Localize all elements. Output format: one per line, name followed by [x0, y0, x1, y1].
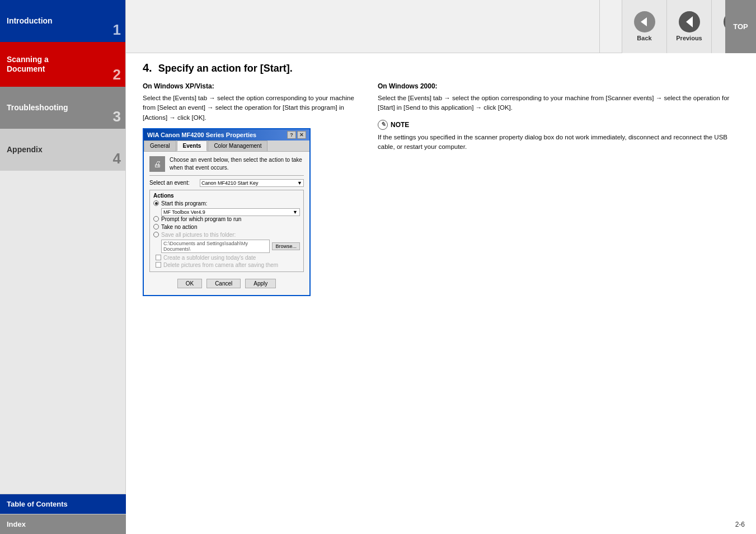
note-label: NOTE	[391, 121, 409, 129]
radio-prompt-label: Prompt for which program to run	[161, 216, 241, 222]
dialog-tab-color[interactable]: Color Management	[208, 140, 267, 151]
checkbox-delete-label: Delete pictures from camera after saving…	[163, 262, 278, 268]
dialog-screenshot: WIA Canon MF4200 Series Properties ? ✕ G…	[143, 128, 311, 296]
dialog-titlebar-buttons: ? ✕	[287, 131, 306, 139]
left-column: On Windows XP/Vista: Select the [Events]…	[143, 82, 355, 296]
browse-button[interactable]: Browse...	[272, 242, 300, 250]
actions-label: Actions	[153, 193, 300, 199]
radio-save-label: Save all pictures to this folder:	[161, 232, 236, 238]
note-header: ✎ NOTE	[378, 120, 739, 130]
main-content: 4. Specify an action for [Start]. On Win…	[126, 0, 756, 534]
folder-path-display: C:\Documents and Settings\sadah\My Docum…	[161, 240, 270, 253]
dialog-title: WIA Canon MF4200 Series Properties	[147, 132, 256, 138]
program-dropdown[interactable]: MF Toolbox Ver4.9 ▼	[161, 208, 300, 216]
index-label: Index	[7, 520, 26, 528]
sidebar-item-scanning[interactable]: Scanning aDocument 2	[0, 42, 125, 87]
right-column: On Windows 2000: Select the [Events] tab…	[378, 82, 739, 296]
step-heading: 4. Specify an action for [Start].	[143, 62, 739, 74]
right-body-text: Select the [Events] tab → select the opt…	[378, 93, 739, 113]
sidebar-scanning-number: 2	[113, 66, 121, 83]
step-title: Specify an action for [Start].	[158, 63, 293, 74]
program-value: MF Toolbox Ver4.9	[163, 209, 205, 215]
note-text: If the settings you specified in the sca…	[378, 133, 739, 152]
sidebar-trouble-label: Troubleshooting	[7, 103, 125, 113]
radio-prompt-circle	[153, 216, 159, 222]
checkbox-delete: Delete pictures from camera after saving…	[153, 262, 300, 268]
dialog-close-btn: ✕	[297, 131, 306, 139]
index-button[interactable]: Index	[0, 514, 126, 534]
dialog-tab-events[interactable]: Events	[177, 140, 208, 151]
left-body-text: Select the [Events] tab → select the opt…	[143, 93, 355, 123]
sidebar-item-introduction[interactable]: Introduction 1	[0, 0, 125, 42]
dialog-divider	[149, 175, 304, 176]
table-of-contents-button[interactable]: Table of Contents	[0, 494, 126, 514]
dialog-help-btn: ?	[287, 131, 296, 139]
step-number: 4.	[143, 62, 152, 74]
page-number: 2-6	[735, 521, 745, 528]
select-event-dropdown[interactable]: Canon MF4210 Start Key ▼	[200, 179, 304, 187]
select-event-label: Select an event:	[149, 180, 200, 186]
dialog-tabs: General Events Color Management	[144, 140, 309, 152]
note-icon: ✎	[378, 120, 388, 130]
toc-label: Table of Contents	[7, 500, 68, 508]
dialog-actions-section: Actions Start this program: MF Toolbox V…	[149, 190, 304, 272]
checkbox-subfolder-box	[156, 255, 161, 260]
sidebar-bottom: Table of Contents Index	[0, 494, 126, 534]
dialog-body: 🖨 Choose an event below, then select the…	[144, 152, 309, 295]
dialog-titlebar: WIA Canon MF4200 Series Properties ? ✕	[144, 129, 309, 140]
dropdown-arrow: ▼	[297, 180, 302, 186]
sidebar-scanning-label: Scanning aDocument	[7, 55, 125, 74]
radio-start-program[interactable]: Start this program:	[153, 200, 300, 207]
scanner-icon: 🖨	[149, 156, 165, 172]
checkbox-delete-box	[156, 262, 161, 268]
program-arrow: ▼	[293, 209, 298, 215]
sidebar-item-appendix[interactable]: Appendix 4	[0, 129, 125, 171]
sidebar-intro-number: 1	[113, 21, 121, 39]
radio-save-circle	[153, 232, 159, 237]
sidebar-trouble-number: 3	[113, 108, 121, 125]
sidebar: Introduction 1 Scanning aDocument 2 Trou…	[0, 0, 126, 534]
program-select-row: MF Toolbox Ver4.9 ▼	[153, 208, 300, 216]
sidebar-appendix-number: 4	[113, 150, 121, 167]
radio-no-action-label: Take no action	[161, 224, 198, 230]
dialog-desc: Choose an event below, then select the a…	[170, 156, 304, 172]
radio-no-action[interactable]: Take no action	[153, 224, 300, 230]
dialog-scanner-area: 🖨 Choose an event below, then select the…	[149, 156, 304, 172]
sidebar-appendix-label: Appendix	[7, 145, 125, 154]
radio-no-action-circle	[153, 224, 159, 229]
radio-start-checked	[153, 200, 159, 206]
folder-path-row: C:\Documents and Settings\sadah\My Docum…	[153, 240, 300, 253]
select-event-value: Canon MF4210 Start Key	[201, 180, 259, 186]
checkbox-subfolder-label: Create a subfolder using today's date	[163, 255, 256, 261]
sidebar-item-troubleshooting[interactable]: Troubleshooting 3	[0, 87, 125, 129]
radio-prompt[interactable]: Prompt for which program to run	[153, 216, 300, 222]
two-column-layout: On Windows XP/Vista: Select the [Events]…	[143, 82, 739, 296]
sidebar-intro-label: Introduction	[7, 16, 125, 26]
checkbox-subfolder: Create a subfolder using today's date	[153, 255, 300, 261]
dialog-event-row: Select an event: Canon MF4210 Start Key …	[149, 179, 304, 187]
dialog-tab-general[interactable]: General	[144, 140, 176, 151]
left-subheading: On Windows XP/Vista:	[143, 82, 355, 90]
right-subheading: On Windows 2000:	[378, 82, 739, 90]
note-box: ✎ NOTE If the settings you specified in …	[378, 120, 739, 152]
dialog-ok-button[interactable]: OK	[177, 279, 202, 288]
dialog-buttons: OK Cancel Apply	[149, 277, 304, 291]
radio-start-label: Start this program:	[161, 200, 207, 207]
dialog-apply-button[interactable]: Apply	[245, 279, 276, 288]
radio-save-folder: Save all pictures to this folder:	[153, 232, 300, 238]
dialog-cancel-button[interactable]: Cancel	[206, 279, 241, 288]
